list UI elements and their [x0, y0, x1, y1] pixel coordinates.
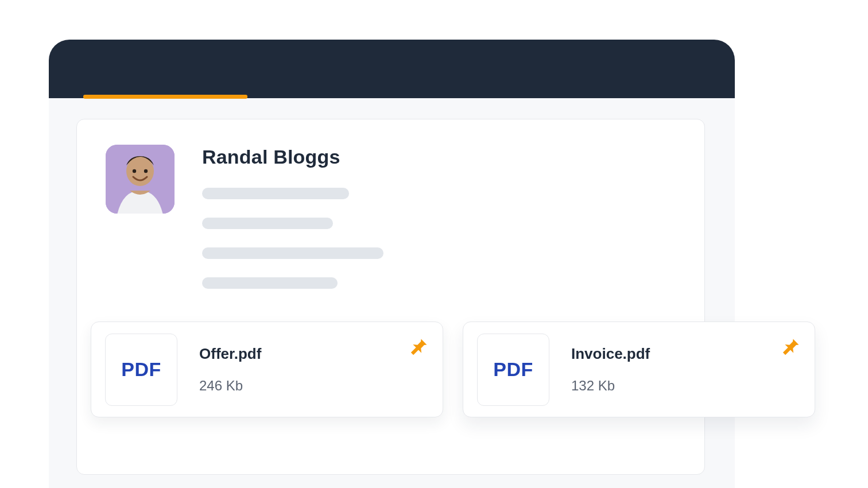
app-window: Randal Bloggs	[49, 40, 735, 488]
file-type-badge: PDF	[105, 334, 177, 406]
profile-row: Randal Bloggs	[106, 145, 676, 289]
file-card[interactable]: PDF Offer.pdf 246 Kb	[91, 322, 443, 417]
skeleton-line	[202, 247, 383, 259]
profile-name: Randal Bloggs	[202, 146, 676, 168]
profile-skeletons	[202, 188, 676, 289]
skeleton-line	[202, 218, 333, 229]
avatar[interactable]	[106, 145, 175, 214]
stage: Randal Bloggs PDF Offer.pdf 246 Kb	[0, 0, 868, 488]
file-meta: Invoice.pdf 132 Kb	[571, 345, 801, 394]
file-size: 132 Kb	[571, 378, 801, 394]
file-name: Offer.pdf	[199, 345, 429, 363]
file-type-badge: PDF	[477, 334, 549, 406]
pin-icon[interactable]	[409, 337, 429, 357]
skeleton-line	[202, 277, 338, 289]
file-card[interactable]: PDF Invoice.pdf 132 Kb	[463, 322, 815, 417]
file-type-label: PDF	[121, 358, 161, 381]
profile-meta: Randal Bloggs	[202, 145, 676, 289]
file-name: Invoice.pdf	[571, 345, 801, 363]
file-type-label: PDF	[493, 358, 533, 381]
svg-point-3	[144, 169, 148, 173]
skeleton-line	[202, 188, 349, 199]
file-size: 246 Kb	[199, 378, 429, 394]
file-meta: Offer.pdf 246 Kb	[199, 345, 429, 394]
active-tab-indicator	[83, 95, 247, 99]
window-titlebar	[49, 40, 735, 98]
pin-icon[interactable]	[781, 337, 801, 357]
profile-panel: Randal Bloggs	[76, 119, 705, 475]
svg-point-2	[133, 169, 136, 173]
